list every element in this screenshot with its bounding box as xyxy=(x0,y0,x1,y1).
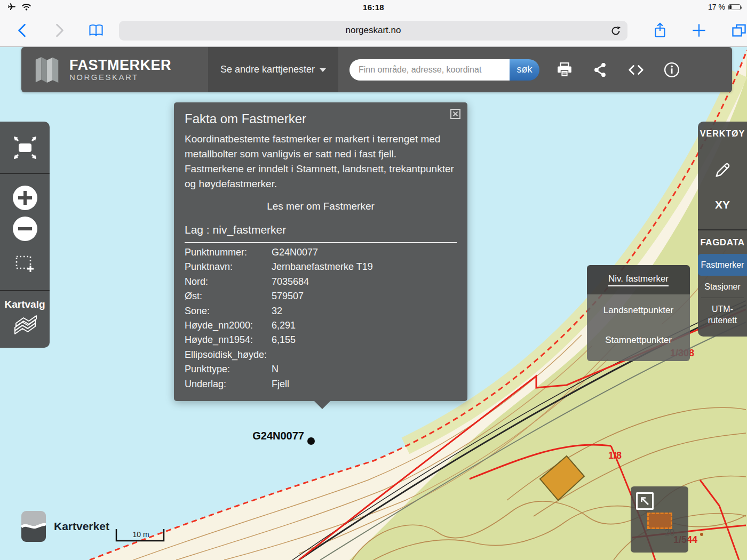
field-value xyxy=(272,348,457,362)
bookmarks-icon[interactable] xyxy=(88,22,104,38)
tools-heading: VERKTØY xyxy=(698,122,747,139)
field-value: Jernbanefastmerke T19 xyxy=(272,260,457,274)
share-icon[interactable] xyxy=(653,22,667,39)
map-attribution: Kartverket xyxy=(21,511,109,542)
select-area-button[interactable] xyxy=(14,254,36,274)
battery-percent-label: 17 % xyxy=(708,3,725,11)
extent-legend-swatch[interactable] xyxy=(647,513,672,529)
field-value: 32 xyxy=(272,304,457,318)
pan-to-extent-button[interactable] xyxy=(636,492,654,510)
popup-body: Koordinatbestemte fastmerker er markert … xyxy=(185,132,457,191)
back-button[interactable] xyxy=(14,22,29,38)
kartvalg-label: Kartvalg xyxy=(4,299,45,310)
status-bar: 16:18 17 % xyxy=(0,0,747,14)
field-label: Øst: xyxy=(185,289,272,303)
submenu-item-stamnettpunkter[interactable]: Stamnettpunkter xyxy=(587,326,690,361)
pencil-icon xyxy=(713,161,732,179)
parcel-label-1-8: 1/8 xyxy=(608,450,622,461)
embed-code-icon[interactable] xyxy=(628,62,644,78)
map-dot xyxy=(700,533,703,536)
submenu-item-label: Stamnettpunkter xyxy=(605,335,672,346)
submenu-item-label: Niv. fastmerker xyxy=(608,274,669,286)
overview-panel xyxy=(631,486,688,553)
survey-marker-dot[interactable] xyxy=(307,437,315,445)
field-label: Punktnummer: xyxy=(185,245,272,260)
field-value: 579507 xyxy=(272,289,457,303)
chevron-down-icon xyxy=(320,68,326,72)
field-label: Punktnavn: xyxy=(185,260,272,274)
right-toolbar: VERKTØY XY FAGDATA Fastmerker Stasjoner … xyxy=(698,122,747,337)
forward-button[interactable] xyxy=(52,22,67,38)
field-label: Punkttype: xyxy=(185,362,272,377)
safari-toolbar: norgeskart.no xyxy=(0,14,747,47)
close-icon[interactable] xyxy=(450,109,460,119)
arrow-up-left-icon xyxy=(639,495,650,507)
table-row: Høyde_nn2000:6,291 xyxy=(185,318,457,333)
url-field[interactable]: norgeskart.no xyxy=(119,21,627,41)
submenu-item-label: Landsnettpunkter xyxy=(603,305,673,316)
table-row: Nord:7035684 xyxy=(185,275,457,289)
zoom-out-button[interactable] xyxy=(13,217,37,241)
layer-heading: Lag : niv_fastmerker xyxy=(185,223,457,236)
field-value: 6,155 xyxy=(272,333,457,347)
fagdata-item-fastmerker[interactable]: Fastmerker xyxy=(698,254,747,276)
logo-text: FASTMERKER NORGESKART xyxy=(69,58,179,82)
table-row: Punkttype:N xyxy=(185,362,457,377)
table-row: Punktnummer:G24N0077 xyxy=(185,245,457,260)
select-area-icon xyxy=(14,254,36,274)
field-label: Nord: xyxy=(185,275,272,289)
field-value: G24N0077 xyxy=(272,245,457,260)
services-menu-button[interactable]: Se andre karttjenester xyxy=(208,47,338,92)
draw-tool-button[interactable] xyxy=(713,161,732,179)
tabs-icon[interactable] xyxy=(731,23,747,38)
table-row: Høyde_nn1954:6,155 xyxy=(185,333,457,347)
left-toolbar: Kartvalg xyxy=(0,122,50,348)
app-header: FASTMERKER NORGESKART Se andre karttjene… xyxy=(21,47,732,92)
popup-title: Fakta om Fastmerker xyxy=(185,111,457,127)
submenu-item-landsnettpunkter[interactable]: Landsnettpunkter xyxy=(587,294,690,326)
search-input[interactable] xyxy=(349,59,510,81)
field-label: Ellipsoidisk_høyde: xyxy=(185,348,272,362)
fullscreen-icon xyxy=(13,135,37,160)
submenu-item-niv-fastmerker[interactable]: Niv. fastmerker xyxy=(587,265,690,294)
table-row: Øst:579507 xyxy=(185,289,457,303)
field-value: N xyxy=(272,362,457,377)
folded-map-logo-icon xyxy=(33,55,62,84)
table-row: Underlag:Fjell xyxy=(185,377,457,391)
services-menu-label: Se andre karttjenester xyxy=(220,64,315,75)
scale-bar-label: 10 m xyxy=(132,530,149,539)
table-row: Punktnavn:Jernbanefastmerke T19 xyxy=(185,260,457,274)
fastmerker-info-popup: Fakta om Fastmerker Koordinatbestemte fa… xyxy=(174,102,467,401)
fastmerker-submenu: Niv. fastmerker Landsnettpunkter Stamnet… xyxy=(587,265,690,361)
table-row: Sone:32 xyxy=(185,304,457,318)
battery-icon xyxy=(728,4,741,10)
map-layers-icon xyxy=(10,313,41,339)
zoom-in-button[interactable] xyxy=(13,186,37,210)
status-time: 16:18 xyxy=(0,3,747,12)
print-icon[interactable] xyxy=(557,62,573,78)
logo-title: FASTMERKER xyxy=(69,58,179,73)
reload-icon[interactable] xyxy=(609,25,622,37)
survey-marker-label: G24N0077 xyxy=(252,430,304,442)
kartverket-logo xyxy=(21,511,46,542)
les-mer-link[interactable]: Les mer om Fastmerker xyxy=(185,201,457,212)
xy-tool-button[interactable]: XY xyxy=(698,198,747,211)
share-nodes-icon[interactable] xyxy=(592,62,608,78)
search-button[interactable]: søk xyxy=(510,59,539,81)
field-label: Høyde_nn2000: xyxy=(185,318,272,333)
search-bar: søk xyxy=(349,59,539,81)
field-label: Høyde_nn1954: xyxy=(185,333,272,347)
field-value: 6,291 xyxy=(272,318,457,333)
field-value: Fjell xyxy=(272,377,457,391)
fullscreen-button[interactable] xyxy=(0,122,50,173)
fagdata-item-utm-rutenett[interactable]: UTM-rutenett xyxy=(698,298,747,331)
new-tab-icon[interactable] xyxy=(692,23,706,38)
kartvalg-button[interactable]: Kartvalg xyxy=(0,291,50,348)
fagdata-item-stasjoner[interactable]: Stasjoner xyxy=(698,276,747,298)
attribution-label: Kartverket xyxy=(54,520,109,533)
logo-subtitle: NORGESKART xyxy=(69,73,179,82)
url-text: norgeskart.no xyxy=(345,25,401,36)
field-label: Underlag: xyxy=(185,377,272,391)
browser-chrome: 16:18 17 % norgeskart.no xyxy=(0,0,747,47)
info-icon[interactable] xyxy=(664,62,680,78)
